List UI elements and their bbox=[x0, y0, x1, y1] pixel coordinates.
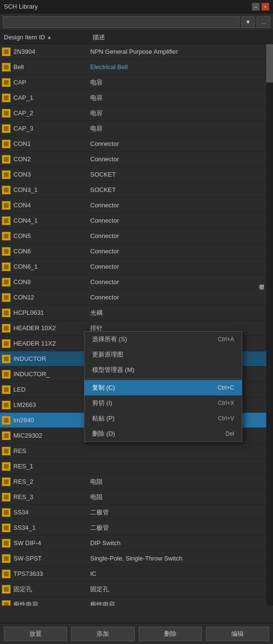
table-row[interactable]: SS34_1二极管 bbox=[0, 520, 266, 536]
table-row[interactable]: SS34二极管 bbox=[0, 505, 266, 520]
column-headers: Design Item ID ▲ 描述 bbox=[0, 31, 273, 44]
row-desc: Connector bbox=[90, 155, 264, 163]
table-row[interactable]: CON2Connector bbox=[0, 152, 266, 167]
table-row[interactable]: HCPL0631光耦 bbox=[0, 305, 266, 321]
delete-button[interactable]: 删除 bbox=[139, 627, 202, 641]
row-desc: 电阻 bbox=[90, 493, 264, 501]
row-id: 2N3904 bbox=[13, 48, 90, 55]
place-button[interactable]: 放置 bbox=[4, 627, 67, 641]
context-menu-item[interactable]: 选择所有 (S)Ctrl+A bbox=[84, 332, 242, 347]
component-icon bbox=[2, 63, 11, 72]
search-more-button[interactable]: ... bbox=[257, 16, 270, 28]
edit-button[interactable]: 编辑 bbox=[206, 627, 269, 641]
table-row[interactable]: CON1Connector bbox=[0, 136, 266, 152]
row-id: CON4_1 bbox=[13, 217, 90, 224]
row-id: 极性电容 bbox=[13, 600, 90, 606]
component-icon bbox=[2, 493, 11, 501]
table-row[interactable]: SW-SPSTSingle-Pole, Single-Throw Switch bbox=[0, 551, 266, 566]
row-desc: 电容 bbox=[90, 94, 264, 102]
row-id: CON3 bbox=[13, 171, 90, 178]
component-icon bbox=[2, 309, 11, 317]
table-row[interactable]: BellElectrical Bell bbox=[0, 60, 266, 75]
row-desc: 极性电容 bbox=[90, 600, 264, 606]
row-desc: SOCKET bbox=[90, 186, 264, 193]
table-row[interactable]: SW DIP-4DIP Switch bbox=[0, 536, 266, 551]
title-bar-title: SCH Library bbox=[4, 3, 38, 10]
context-menu: 选择所有 (S)Ctrl+A更新原理图模型管理器 (M)复制 (C)Ctrl+C… bbox=[84, 331, 242, 442]
context-menu-item[interactable]: 删除 (D)Del bbox=[84, 426, 242, 441]
context-menu-item-shortcut: Ctrl+X bbox=[218, 400, 234, 406]
table-row[interactable]: 极性电容极性电容 bbox=[0, 597, 266, 606]
context-menu-item[interactable]: 更新原理图 bbox=[84, 347, 242, 362]
search-input[interactable] bbox=[3, 16, 239, 28]
table-row[interactable]: RES_3电阻 bbox=[0, 489, 266, 505]
title-bar: SCH Library – × bbox=[0, 0, 273, 13]
sort-arrow-icon: ▲ bbox=[47, 35, 52, 40]
context-menu-item[interactable]: 剪切 (I)Ctrl+X bbox=[84, 395, 242, 411]
table-row[interactable]: CON8Connector bbox=[0, 274, 266, 290]
table-row[interactable]: RES_1 bbox=[0, 459, 266, 474]
table-row[interactable]: CAP_3电容 bbox=[0, 121, 266, 136]
row-id: HEADER 10X2 bbox=[13, 324, 90, 332]
add-button[interactable]: 添加 bbox=[71, 627, 134, 641]
row-id: RES_2 bbox=[13, 478, 90, 485]
context-menu-item[interactable]: 复制 (C)Ctrl+C bbox=[84, 380, 242, 395]
table-row[interactable]: RES bbox=[0, 443, 266, 459]
component-icon bbox=[2, 278, 11, 286]
table-area: 2N3904NPN General Purpose AmplifierBellE… bbox=[0, 44, 273, 606]
row-id: CON3_1 bbox=[13, 186, 90, 193]
bottom-bar: 放置 添加 删除 编辑 bbox=[0, 623, 273, 644]
row-id: lm2940 bbox=[13, 417, 90, 424]
table-row[interactable]: 固定孔固定孔 bbox=[0, 582, 266, 597]
close-button[interactable]: × bbox=[261, 3, 269, 11]
row-desc: DIP Switch bbox=[90, 539, 264, 547]
component-icon bbox=[2, 401, 11, 409]
scrollbar-thumb[interactable] bbox=[266, 44, 273, 83]
row-id: RES bbox=[13, 447, 90, 454]
table-row[interactable]: TPS73633IC bbox=[0, 566, 266, 582]
row-desc: Connector bbox=[90, 140, 264, 147]
component-icon bbox=[2, 293, 11, 302]
context-menu-item-label: 删除 (D) bbox=[92, 429, 226, 438]
component-icon bbox=[2, 232, 11, 240]
row-desc: Connector bbox=[90, 232, 264, 239]
row-desc: 二极管 bbox=[90, 508, 264, 517]
row-desc: Connector bbox=[90, 248, 264, 255]
row-id: LED bbox=[13, 386, 90, 393]
column-header-id[interactable]: Design Item ID ▲ bbox=[2, 34, 91, 41]
row-desc: IC bbox=[90, 570, 264, 577]
table-row[interactable]: 2N3904NPN General Purpose Amplifier bbox=[0, 44, 266, 60]
table-row[interactable]: CON6_1Connector bbox=[0, 259, 266, 274]
component-icon bbox=[2, 539, 11, 548]
table-row[interactable]: CAP_2电容 bbox=[0, 106, 266, 121]
component-icon bbox=[2, 370, 11, 379]
table-row[interactable]: CON3_1SOCKET bbox=[0, 182, 266, 198]
table-row[interactable]: CAP_1电容 bbox=[0, 90, 266, 106]
table-row[interactable]: CON5Connector bbox=[0, 228, 266, 244]
component-icon bbox=[2, 477, 11, 486]
component-icon bbox=[2, 554, 11, 563]
table-row[interactable]: RES_2电阻 bbox=[0, 474, 266, 489]
row-desc: 固定孔 bbox=[90, 585, 264, 594]
row-id: CON2 bbox=[13, 155, 90, 163]
row-id: INDUCTOR_ bbox=[13, 370, 90, 378]
component-icon bbox=[2, 262, 11, 271]
table-row[interactable]: CON6Connector bbox=[0, 244, 266, 259]
table-row[interactable]: CON4_1Connector bbox=[0, 213, 266, 228]
table-row[interactable]: CON12Connector bbox=[0, 290, 266, 305]
scrollbar-track[interactable] bbox=[266, 44, 273, 606]
component-icon bbox=[2, 431, 11, 440]
minimize-button[interactable]: – bbox=[252, 3, 260, 11]
context-menu-item[interactable]: 粘贴 (P)Ctrl+V bbox=[84, 411, 242, 426]
row-desc: NPN General Purpose Amplifier bbox=[90, 48, 264, 55]
table-row[interactable]: CON4Connector bbox=[0, 198, 266, 213]
row-desc: 电容 bbox=[90, 109, 264, 118]
context-menu-item[interactable]: 模型管理器 (M) bbox=[84, 362, 242, 378]
row-id: CON6_1 bbox=[13, 263, 90, 270]
table-row[interactable]: CAP电容 bbox=[0, 75, 266, 90]
component-icon bbox=[2, 140, 11, 148]
search-dropdown-button[interactable]: ▼ bbox=[241, 16, 255, 28]
table-row[interactable]: CON3SOCKET bbox=[0, 167, 266, 182]
component-icon bbox=[2, 216, 11, 225]
column-header-desc[interactable]: 描述 bbox=[91, 33, 271, 42]
